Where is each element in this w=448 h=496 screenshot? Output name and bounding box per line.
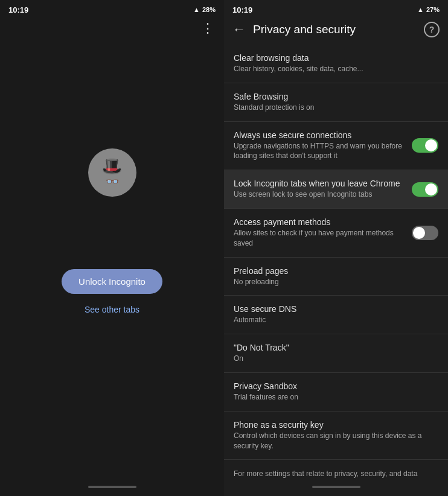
signal-icon-left: ▲ bbox=[193, 6, 200, 13]
status-bar-right: 10:19 ▲ 27% bbox=[224, 0, 448, 17]
toggle-knob-3 bbox=[425, 183, 437, 196]
setting-item-8[interactable]: Privacy SandboxTrial features are on bbox=[224, 373, 448, 412]
left-panel: 10:19 ▲ 28% ⋮ 🎩 👓 Unlock Incognito See o… bbox=[0, 0, 224, 496]
setting-text-2: Always use secure connectionsUpgrade nav… bbox=[234, 130, 412, 162]
setting-item-1[interactable]: Safe BrowsingStandard protection is on bbox=[224, 83, 448, 122]
page-title: Privacy and security bbox=[253, 23, 424, 36]
setting-title-0: Clear browsing data bbox=[234, 53, 432, 63]
unlock-incognito-button[interactable]: Unlock Incognito bbox=[62, 269, 162, 294]
setting-text-5: Preload pagesNo preloading bbox=[234, 266, 438, 287]
menu-dots[interactable]: ⋮ bbox=[201, 21, 216, 36]
setting-subtitle-4: Allow sites to check if you have payment… bbox=[234, 228, 406, 249]
setting-subtitle-7: On bbox=[234, 354, 432, 364]
setting-title-1: Safe Browsing bbox=[234, 92, 432, 101]
bottom-bar-right bbox=[224, 482, 448, 496]
battery-right: 27% bbox=[426, 6, 440, 13]
setting-title-8: Privacy Sandbox bbox=[234, 381, 432, 391]
setting-subtitle-5: No preloading bbox=[234, 277, 432, 287]
home-indicator-left bbox=[88, 486, 136, 488]
setting-text-3: Lock Incognito tabs when you leave Chrom… bbox=[234, 179, 412, 200]
bottom-bar-left bbox=[0, 482, 224, 496]
setting-text-1: Safe BrowsingStandard protection is on bbox=[234, 92, 438, 113]
setting-item-0[interactable]: Clear browsing dataClear history, cookie… bbox=[224, 45, 448, 83]
setting-item-4[interactable]: Access payment methodsAllow sites to che… bbox=[224, 209, 448, 258]
setting-title-4: Access payment methods bbox=[234, 217, 406, 227]
top-bar: ← Privacy and security ? bbox=[224, 17, 448, 45]
toggle-4[interactable] bbox=[412, 226, 438, 240]
setting-subtitle-0: Clear history, cookies, site data, cache… bbox=[234, 64, 432, 74]
incognito-content: 🎩 👓 Unlock Incognito See other tabs bbox=[0, 17, 224, 482]
battery-left: 28% bbox=[202, 6, 216, 13]
setting-subtitle-2: Upgrade navigations to HTTPS and warn yo… bbox=[234, 141, 406, 162]
setting-title-5: Preload pages bbox=[234, 266, 432, 276]
toggle-3[interactable] bbox=[412, 182, 438, 197]
right-panel: 10:19 ▲ 27% ← Privacy and security ? Cle… bbox=[224, 0, 448, 496]
incognito-icon: 🎩 👓 bbox=[88, 148, 136, 197]
setting-subtitle-9: Control which devices can sign in by usi… bbox=[234, 431, 432, 451]
setting-item-3[interactable]: Lock Incognito tabs when you leave Chrom… bbox=[224, 170, 448, 209]
setting-item-6[interactable]: Use secure DNSAutomatic bbox=[224, 296, 448, 334]
status-icons-left: ▲ 28% bbox=[193, 6, 216, 13]
status-icons-right: ▲ 27% bbox=[417, 6, 440, 13]
setting-item-9[interactable]: Phone as a security keyControl which dev… bbox=[224, 412, 448, 460]
setting-text-0: Clear browsing dataClear history, cookie… bbox=[234, 53, 438, 74]
time-left: 10:19 bbox=[8, 5, 28, 14]
setting-title-3: Lock Incognito tabs when you leave Chrom… bbox=[234, 179, 406, 188]
hat-icon: 🎩 bbox=[101, 158, 123, 175]
glasses-icon: 👓 bbox=[106, 176, 119, 187]
toggle-2[interactable] bbox=[412, 138, 438, 153]
setting-title-9: Phone as a security key bbox=[234, 420, 432, 430]
footer-text: For more settings that relate to privacy… bbox=[224, 460, 448, 482]
home-indicator-right bbox=[312, 486, 360, 488]
setting-text-9: Phone as a security keyControl which dev… bbox=[234, 420, 438, 451]
setting-item-7[interactable]: "Do Not Track"On bbox=[224, 334, 448, 373]
status-bar-left: 10:19 ▲ 28% bbox=[0, 0, 224, 17]
setting-text-8: Privacy SandboxTrial features are on bbox=[234, 381, 438, 402]
setting-text-7: "Do Not Track"On bbox=[234, 343, 438, 364]
setting-title-7: "Do Not Track" bbox=[234, 343, 432, 352]
toggle-knob-4 bbox=[413, 227, 425, 239]
setting-item-2[interactable]: Always use secure connectionsUpgrade nav… bbox=[224, 122, 448, 171]
back-button[interactable]: ← bbox=[232, 23, 246, 36]
setting-text-4: Access payment methodsAllow sites to che… bbox=[234, 217, 412, 249]
settings-list: Clear browsing dataClear history, cookie… bbox=[224, 45, 448, 482]
signal-icon-right: ▲ bbox=[417, 6, 424, 13]
setting-subtitle-8: Trial features are on bbox=[234, 392, 432, 402]
setting-subtitle-3: Use screen lock to see open Incognito ta… bbox=[234, 189, 406, 200]
setting-text-6: Use secure DNSAutomatic bbox=[234, 304, 438, 325]
setting-title-2: Always use secure connections bbox=[234, 130, 406, 140]
help-button[interactable]: ? bbox=[424, 22, 440, 37]
see-other-tabs-button[interactable]: See other tabs bbox=[85, 305, 139, 314]
time-right: 10:19 bbox=[232, 5, 252, 14]
setting-title-6: Use secure DNS bbox=[234, 304, 432, 314]
setting-subtitle-1: Standard protection is on bbox=[234, 103, 432, 113]
toggle-knob-2 bbox=[425, 139, 437, 151]
setting-subtitle-6: Automatic bbox=[234, 315, 432, 325]
setting-item-5[interactable]: Preload pagesNo preloading bbox=[224, 258, 448, 296]
